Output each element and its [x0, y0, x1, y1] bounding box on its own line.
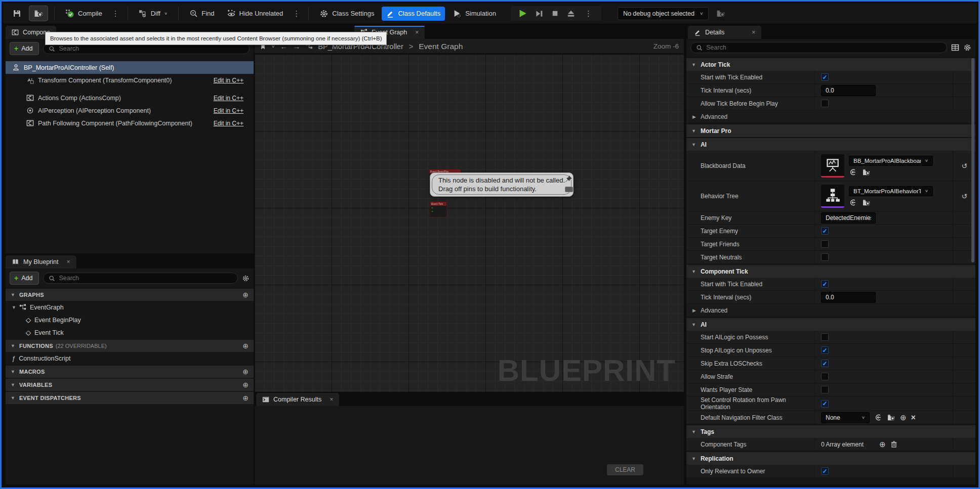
add-array-element-icon[interactable]: ⊕: [879, 440, 886, 449]
add-icon[interactable]: ⊕: [900, 413, 907, 422]
class-defaults-button[interactable]: Class Defaults: [382, 7, 445, 21]
compile-button[interactable]: Compile: [61, 6, 107, 21]
details-section-replication[interactable]: ▼Replication: [686, 452, 975, 465]
diff-button[interactable]: Diff ∨: [134, 6, 173, 21]
checkbox[interactable]: ✓: [821, 333, 829, 341]
frame-skip-button[interactable]: [535, 9, 544, 18]
component-row[interactable]: Actions Comp (ActionsComp)Edit in C++: [6, 92, 254, 104]
section-header-event-dispatchers[interactable]: ▼EVENT DISPATCHERS⊕: [6, 392, 254, 404]
add-section-item-button[interactable]: ⊕: [242, 291, 249, 299]
hide-unrelated-button[interactable]: Hide Unrelated: [222, 6, 288, 21]
checkbox[interactable]: ✓: [821, 100, 829, 107]
details-section-tags[interactable]: ▼Tags: [686, 425, 975, 438]
simulation-button[interactable]: Simulation: [448, 6, 501, 21]
checkbox[interactable]: ✓: [821, 253, 829, 261]
find-button[interactable]: Find: [185, 6, 219, 21]
debug-object-dropdown[interactable]: No debug object selected ∨: [618, 7, 709, 20]
browse-asset-icon[interactable]: [862, 199, 871, 206]
edit-in-cpp-link[interactable]: Edit in C++: [214, 107, 243, 114]
play-options-menu[interactable]: ⋮: [583, 9, 594, 18]
play-button[interactable]: [518, 9, 527, 18]
browse-to-asset-button[interactable]: [29, 6, 48, 21]
checkbox[interactable]: ✓: [821, 373, 829, 380]
property-text-input[interactable]: [821, 292, 876, 303]
blueprint-settings-gear-icon[interactable]: [242, 275, 250, 282]
checkbox[interactable]: ✓: [821, 240, 829, 248]
blackboard-thumbnail[interactable]: [821, 154, 844, 177]
add-section-item-button[interactable]: ⊕: [242, 368, 249, 376]
section-header-variables[interactable]: ▼VARIABLES⊕: [6, 379, 254, 391]
details-section-component-tick[interactable]: ▼Component Tick: [686, 265, 975, 278]
tab-my-blueprint[interactable]: My Blueprint ×: [6, 255, 76, 269]
checkbox[interactable]: ✓: [821, 280, 829, 288]
add-blueprint-item-button[interactable]: + Add: [10, 272, 39, 285]
close-icon[interactable]: ×: [752, 29, 755, 36]
tree-thumbnail[interactable]: [821, 185, 844, 208]
stop-button[interactable]: [551, 9, 559, 18]
use-selected-asset-icon[interactable]: [849, 199, 857, 206]
hide-unrelated-options-menu[interactable]: ⋮: [291, 9, 302, 18]
debug-browse-button[interactable]: [712, 6, 730, 21]
component-row[interactable]: BP_MortarProAIController (Self): [6, 61, 254, 74]
section-header-graphs[interactable]: ▼GRAPHS⊕: [6, 289, 254, 301]
edit-in-cpp-link[interactable]: Edit in C++: [214, 95, 243, 102]
add-component-button[interactable]: + Add: [10, 42, 39, 55]
blueprint-item[interactable]: ▼EventGraph: [6, 301, 254, 314]
details-scrollbar[interactable]: [971, 58, 974, 262]
property-matrix-icon[interactable]: [951, 43, 959, 52]
details-search-input[interactable]: [706, 44, 942, 51]
add-section-item-button[interactable]: ⊕: [242, 381, 249, 389]
blueprint-item[interactable]: ◇Event Tick: [6, 326, 254, 339]
asset-dropdown[interactable]: BB_MortarProAIBlackboard∨: [849, 156, 933, 166]
details-section-mortar-pro[interactable]: ▼Mortar Pro: [686, 124, 975, 137]
save-button[interactable]: [8, 6, 26, 21]
blueprint-item[interactable]: ◇Event BeginPlay: [6, 314, 254, 326]
graph-canvas[interactable]: BLUEPRINT Event BeginPlay Event Tick >> …: [255, 54, 684, 392]
use-selected-asset-icon[interactable]: [849, 168, 857, 176]
details-section-ai[interactable]: ▼AI: [686, 138, 975, 151]
property-text-input[interactable]: [821, 212, 876, 224]
edit-in-cpp-link[interactable]: Edit in C++: [214, 120, 243, 127]
blueprint-item[interactable]: ƒConstructionScript: [6, 352, 254, 365]
checkbox[interactable]: ✓: [821, 360, 829, 367]
details-section-ai[interactable]: ▼AI: [686, 318, 975, 331]
property-text-input[interactable]: [821, 85, 876, 96]
advanced-row[interactable]: ▶Advanced: [686, 110, 975, 123]
compile-options-menu[interactable]: ⋮: [110, 9, 121, 18]
add-section-item-button[interactable]: ⊕: [242, 394, 249, 402]
checkbox[interactable]: ✓: [821, 386, 829, 393]
use-selected-asset-icon[interactable]: [874, 414, 882, 421]
edit-in-cpp-link[interactable]: Edit in C++: [214, 77, 243, 84]
checkbox[interactable]: ✓: [821, 227, 829, 235]
browse-asset-icon[interactable]: [862, 168, 871, 176]
empty-array-trash-icon[interactable]: [890, 440, 897, 448]
eject-button[interactable]: [566, 9, 576, 18]
details-settings-gear-icon[interactable]: [963, 43, 971, 52]
components-search-input[interactable]: [59, 45, 244, 52]
close-icon[interactable]: ×: [330, 396, 333, 403]
class-settings-button[interactable]: Class Settings: [315, 6, 379, 21]
browse-asset-icon[interactable]: [887, 414, 895, 421]
component-row[interactable]: AIPerception (AIPerception Component)Edi…: [6, 104, 254, 117]
close-icon[interactable]: ×: [66, 258, 70, 265]
clear-icon[interactable]: ×: [911, 413, 916, 422]
clear-button[interactable]: CLEAR: [607, 464, 643, 475]
tab-details[interactable]: Details ×: [688, 26, 761, 39]
details-section-actor-tick[interactable]: ▼Actor Tick: [686, 58, 975, 71]
advanced-row[interactable]: ▶Advanced: [686, 304, 975, 317]
property-dropdown[interactable]: None∨: [821, 412, 870, 423]
component-row[interactable]: Transform Component (TransformComponent0…: [6, 74, 254, 86]
checkbox[interactable]: ✓: [821, 346, 829, 354]
breadcrumb-leaf[interactable]: Event Graph: [419, 42, 463, 51]
close-icon[interactable]: ×: [415, 29, 419, 36]
checkbox[interactable]: ✓: [821, 73, 829, 81]
event-tick-node[interactable]: Event Tick >>: [430, 201, 447, 217]
my-blueprint-search-input[interactable]: [59, 275, 232, 282]
tab-compiler-results[interactable]: Compiler Results ×: [256, 393, 339, 406]
pin-tooltip-icon[interactable]: [564, 174, 573, 184]
add-section-item-button[interactable]: ⊕: [242, 342, 249, 350]
asset-dropdown[interactable]: BT_MortarProAIBehaviorTree∨: [849, 186, 933, 196]
checkbox[interactable]: ✓: [821, 467, 829, 475]
checkbox[interactable]: ✓: [821, 400, 829, 408]
component-row[interactable]: Path Following Component (PathFollowingC…: [6, 117, 254, 129]
